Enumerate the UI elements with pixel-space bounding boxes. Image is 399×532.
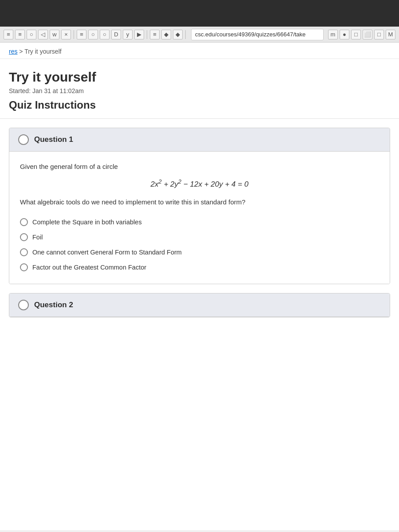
radio-1-3[interactable]: [20, 248, 28, 256]
answer-label-1-3: One cannot convert General Form to Stand…: [32, 249, 182, 256]
question-1-followup: What algebraic tools do we need to imple…: [20, 197, 379, 207]
toolbar-icon-m[interactable]: m: [328, 30, 338, 39]
answer-label-1-4: Factor out the Greatest Common Factor: [32, 264, 146, 271]
answer-option-1-2[interactable]: Foil: [20, 233, 379, 241]
toolbar-icon-2[interactable]: ≡: [15, 30, 25, 39]
toolbar-icon-nav[interactable]: ◁: [38, 30, 48, 39]
address-text: csc.edu/courses/49369/quizzes/66647/take: [195, 31, 305, 38]
question-1-circle: [18, 134, 29, 145]
answer-label-1-2: Foil: [32, 234, 43, 241]
question-1-equation: 2x2 + 2y2 − 12x + 20y + 4 = 0: [20, 178, 379, 189]
address-bar[interactable]: csc.edu/courses/49369/quizzes/66647/take: [191, 29, 324, 40]
breadcrumb-link[interactable]: res: [9, 48, 17, 55]
toolbar-icon-5[interactable]: ○: [100, 30, 110, 39]
toolbar-sep-3: [185, 30, 186, 39]
started-label: Started:: [9, 87, 31, 94]
question-2-circle: [18, 300, 29, 310]
question-2-header: Question 2: [9, 293, 390, 317]
toolbar-icon-M2[interactable]: M: [386, 30, 395, 39]
toolbar-icon-10[interactable]: □: [351, 30, 361, 39]
breadcrumb: res > Try it yourself: [0, 43, 399, 59]
instructions-heading: Quiz Instructions: [9, 99, 390, 111]
toolbar-icon-d[interactable]: D: [111, 30, 121, 39]
answer-option-1-4[interactable]: Factor out the Greatest Common Factor: [20, 263, 379, 271]
toolbar-icon-9[interactable]: ●: [340, 30, 349, 39]
toolbar-icon-play[interactable]: ▶: [134, 30, 144, 39]
toolbar-icon-4[interactable]: ○: [88, 30, 98, 39]
page-content: res > Try it yourself Try it yourself St…: [0, 43, 399, 530]
toolbar-icon-w[interactable]: w: [50, 30, 59, 39]
toolbar-icon-12[interactable]: □: [374, 30, 384, 39]
question-1-header: Question 1: [9, 128, 390, 152]
answer-option-1-3[interactable]: One cannot convert General Form to Stand…: [20, 248, 379, 256]
toolbar-icon-back[interactable]: ○: [27, 30, 36, 39]
toolbar-icon-3[interactable]: ≡: [77, 30, 86, 39]
toolbar-close[interactable]: ×: [61, 30, 71, 39]
question-1-body: Given the general form of a circle 2x2 +…: [9, 152, 390, 284]
page-title: Try it yourself: [9, 70, 390, 85]
page-started: Started: Jan 31 at 11:02am: [9, 87, 390, 94]
page-header: Try it yourself Started: Jan 31 at 11:02…: [0, 59, 399, 119]
question-1-card: Question 1 Given the general form of a c…: [9, 128, 390, 284]
browser-chrome: [0, 0, 399, 27]
question-2-card: Question 2: [9, 293, 390, 317]
toolbar-icon-11[interactable]: ⬜: [363, 30, 372, 39]
breadcrumb-current: Try it yourself: [24, 48, 62, 55]
question-1-intro: Given the general form of a circle: [20, 161, 379, 172]
toolbar-sep-2: [147, 30, 147, 39]
answer-label-1-1: Complete the Square in both variables: [32, 219, 142, 226]
toolbar-icon-8[interactable]: ◆: [173, 30, 183, 39]
radio-1-4[interactable]: [20, 263, 28, 271]
browser-toolbar: ≡ ≡ ○ ◁ w × ≡ ○ ○ D y ▶ ≡ ◆ ◆ csc.edu/co…: [0, 27, 399, 43]
toolbar-sep-1: [74, 30, 74, 39]
radio-1-2[interactable]: [20, 233, 28, 241]
breadcrumb-separator: >: [19, 48, 24, 55]
question-2-label: Question 2: [34, 301, 73, 309]
toolbar-icon-1[interactable]: ≡: [4, 30, 13, 39]
radio-1-1[interactable]: [20, 218, 28, 226]
answer-option-1-1[interactable]: Complete the Square in both variables: [20, 218, 379, 226]
answer-options-1: Complete the Square in both variables Fo…: [20, 218, 379, 271]
started-value: Jan 31 at 11:02am: [32, 87, 84, 94]
toolbar-icon-7[interactable]: ◆: [161, 30, 171, 39]
toolbar-icon-y[interactable]: y: [123, 30, 133, 39]
toolbar-icon-6[interactable]: ≡: [150, 30, 160, 39]
quiz-body: Question 1 Given the general form of a c…: [0, 119, 399, 335]
question-1-label: Question 1: [34, 135, 73, 144]
